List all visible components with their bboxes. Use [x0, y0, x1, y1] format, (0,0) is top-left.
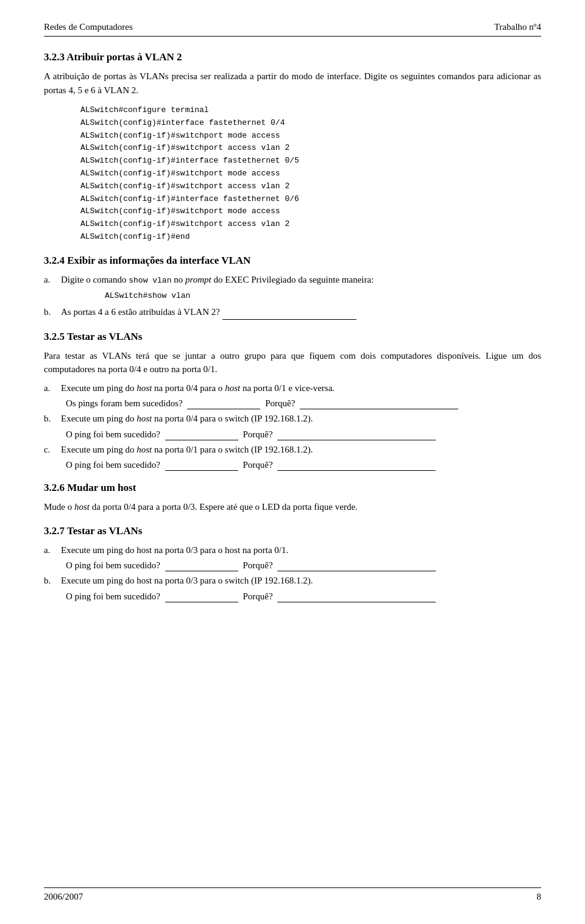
section-324-item-a: a. Digite o comando show vlan no prompt … [44, 273, 541, 287]
item-a-prompt: prompt [185, 275, 211, 284]
section-325-item-c-sub: O ping foi bem sucedido? Porquê? [66, 460, 541, 471]
code-line-11: ALSwitch(config-if)#end [80, 231, 541, 244]
section-326-italic: host [74, 502, 90, 512]
item-a-text: Digite o comando [61, 275, 129, 284]
answer-line-c-porq-325 [277, 460, 436, 471]
item-b-sub1-327: O ping foi bem sucedido? [66, 591, 160, 601]
item-b-label-325: b. [44, 412, 61, 426]
item-b-label-327: b. [44, 574, 61, 588]
section-326-text: Mude o host da porta 0/4 para a porta 0/… [44, 500, 541, 514]
item-b-text: As portas 4 a 6 estão atribuídas à VLAN … [61, 307, 220, 317]
section-325-intro: Para testar as VLANs terá que se juntar … [44, 349, 541, 376]
answer-line-b-sub1-325 [165, 429, 238, 440]
item-a-label-325: a. [44, 381, 61, 395]
page: Redes de Computadores Trabalho nº4 3.2.3… [0, 0, 585, 924]
item-a-italic1-325: host [136, 383, 152, 393]
item-a-sub1-327: O ping foi bem sucedido? [66, 560, 160, 570]
item-a-content-325: Execute um ping do host na porta 0/4 par… [61, 381, 541, 395]
page-header: Redes de Computadores Trabalho nº4 [44, 22, 541, 37]
item-b-text1-325: Execute um ping do [61, 414, 136, 423]
item-a-content-327: Execute um ping do host na porta 0/3 par… [61, 543, 541, 557]
section-327-item-a: a. Execute um ping do host na porta 0/3 … [44, 543, 541, 557]
code-line-10: ALSwitch(config-if)#switchport access vl… [80, 218, 541, 231]
header-left: Redes de Computadores [44, 22, 133, 32]
section-325-item-a-sub: Os pings foram bem sucedidos? Porquê? [66, 398, 541, 409]
answer-line-c-sub1-325 [165, 460, 238, 471]
section-325: 3.2.5 Testar as VLANs Para testar as VLA… [44, 331, 541, 471]
item-a-label-324: a. [44, 273, 61, 287]
prompt-line-324: ALSwitch#show vlan [105, 290, 541, 300]
item-c-text2-325: na porta 0/1 para o switch (IP 192.168.1… [152, 445, 313, 454]
item-a-text1-325: Execute um ping do [61, 383, 136, 393]
item-b-italic1-325: host [136, 414, 152, 423]
section-326-title: 3.2.6 Mudar um host [44, 482, 541, 494]
section-323: 3.2.3 Atribuir portas à VLAN 2 A atribui… [44, 51, 541, 244]
item-a-code: show vlan [129, 276, 171, 285]
item-a-sub1-325: Os pings foram bem sucedidos? [66, 398, 183, 408]
item-a-text2-325: na porta 0/4 para o [152, 383, 225, 393]
section-325-item-c: c. Execute um ping do host na porta 0/1 … [44, 443, 541, 457]
answer-line-b-porq-327 [277, 591, 436, 602]
footer-left: 2006/2007 [44, 892, 83, 902]
header-right: Trabalho nº4 [494, 22, 541, 32]
item-c-text1-325: Execute um ping do [61, 445, 136, 454]
item-a-italic2-325: host [225, 383, 240, 393]
section-326-text2: da porta 0/4 para a porta 0/3. Espere at… [90, 502, 358, 512]
item-c-italic1-325: host [136, 445, 152, 454]
item-b-porq-325: Porquê? [243, 429, 272, 439]
footer-right: 8 [537, 892, 542, 902]
code-line-6: ALSwitch(config-if)#switchport mode acce… [80, 168, 541, 180]
code-line-4: ALSwitch(config-if)#switchport access vl… [80, 142, 541, 155]
section-325-title: 3.2.5 Testar as VLANs [44, 331, 541, 343]
item-c-sub1-325: O ping foi bem sucedido? [66, 460, 160, 470]
item-b-text2-325: na porta 0/4 para o switch (IP 192.168.1… [152, 414, 313, 423]
answer-line-a-sub1-327 [165, 560, 238, 571]
section-325-item-a: a. Execute um ping do host na porta 0/4 … [44, 381, 541, 395]
code-line-3: ALSwitch(config-if)#switchport mode acce… [80, 130, 541, 143]
item-a-suffix: no [171, 275, 185, 284]
section-324-title: 3.2.4 Exibir as informações da interface… [44, 255, 541, 267]
item-a-suffix2: do EXEC Privilegiado da seguinte maneira… [211, 275, 374, 284]
item-c-porq-325: Porquê? [243, 460, 272, 470]
item-b-sub1-325: O ping foi bem sucedido? [66, 429, 160, 439]
section-325-item-b: b. Execute um ping do host na porta 0/4 … [44, 412, 541, 426]
code-line-9: ALSwitch(config-if)#switchport mode acce… [80, 205, 541, 218]
page-footer: 2006/2007 8 [44, 887, 541, 902]
section-324: 3.2.4 Exibir as informações da interface… [44, 255, 541, 320]
item-a-porq-327: Porquê? [243, 560, 272, 570]
item-b-content-324: As portas 4 a 6 estão atribuídas à VLAN … [61, 305, 541, 320]
code-line-5: ALSwitch(config-if)#interface fastethern… [80, 155, 541, 168]
section-323-title: 3.2.3 Atribuir portas à VLAN 2 [44, 51, 541, 63]
item-b-porq-327: Porquê? [243, 591, 272, 601]
item-a-porq-325: Porquê? [265, 398, 295, 408]
code-line-1: ALSwitch#configure terminal [80, 104, 541, 117]
answer-line-b-porq-325 [277, 429, 436, 440]
answer-line-a-porq-327 [277, 560, 436, 571]
section-323-intro: A atribuição de portas às VLANs precisa … [44, 69, 541, 97]
code-line-2: ALSwitch(config)#interface fastethernet … [80, 117, 541, 130]
section-327-item-a-sub: O ping foi bem sucedido? Porquê? [66, 560, 541, 571]
answer-line-b-sub1-327 [165, 591, 238, 602]
item-a-text3-325: na porta 0/1 e vice-versa. [240, 383, 335, 393]
section-327-item-b-sub: O ping foi bem sucedido? Porquê? [66, 591, 541, 602]
code-line-7: ALSwitch(config-if)#switchport access vl… [80, 180, 541, 193]
item-c-content-325: Execute um ping do host na porta 0/1 par… [61, 443, 541, 457]
section-326: 3.2.6 Mudar um host Mude o host da porta… [44, 482, 541, 514]
item-b-label-324: b. [44, 305, 61, 320]
item-b-content-327: Execute um ping do host na porta 0/3 par… [61, 574, 541, 588]
item-b-content-325: Execute um ping do host na porta 0/4 par… [61, 412, 541, 426]
section-327-item-b: b. Execute um ping do host na porta 0/3 … [44, 574, 541, 588]
prompt-command: ALSwitch#show vlan [105, 291, 190, 300]
section-325-item-b-sub: O ping foi bem sucedido? Porquê? [66, 429, 541, 440]
item-a-content-324: Digite o comando show vlan no prompt do … [61, 273, 541, 287]
code-line-8: ALSwitch(config-if)#interface fastethern… [80, 193, 541, 206]
answer-line-a-sub1-325 [187, 398, 260, 409]
section-327: 3.2.7 Testar as VLANs a. Execute um ping… [44, 525, 541, 602]
code-block-323: ALSwitch#configure terminal ALSwitch(con… [80, 104, 541, 244]
section-326-text1: Mude o [44, 502, 74, 512]
answer-line-a-porq-325 [300, 398, 458, 409]
section-327-title: 3.2.7 Testar as VLANs [44, 525, 541, 537]
item-c-label-325: c. [44, 443, 61, 457]
section-324-item-b: b. As portas 4 a 6 estão atribuídas à VL… [44, 305, 541, 320]
item-a-label-327: a. [44, 543, 61, 557]
